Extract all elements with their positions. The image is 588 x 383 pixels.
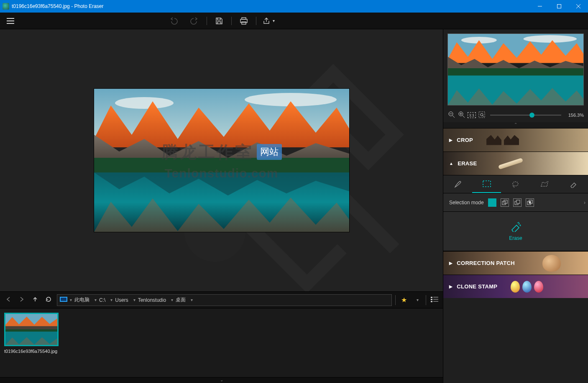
breadcrumb-seg-2[interactable]: Users [115,297,128,303]
mode-intersect[interactable] [526,198,534,207]
share-button[interactable]: ▾ [258,17,279,25]
section-crop[interactable]: ▶ CROP [443,128,588,152]
breadcrumb-seg-4[interactable]: 桌面 [176,296,186,303]
svg-line-35 [453,116,455,118]
selection-mode-row: Selection mode › [443,193,588,212]
close-button[interactable] [569,0,588,13]
chevron-right-icon: ▶ [449,261,453,265]
tool-marquee[interactable] [472,175,501,193]
title-separator: - [70,3,74,9]
right-panel: 1:1 156.3% ⌃ ▶ CROP ▲ ERASE Selection mo… [443,29,588,383]
favorite-button[interactable]: ★ [399,296,409,304]
nav-forward-button[interactable] [17,296,27,304]
erase-action-label: Erase [509,235,522,241]
breadcrumb-path[interactable]: ▾ 此电脑▾ C:\▾ Users▾ Tenlonstudio▾ 桌面▾ [57,294,392,306]
breadcrumb-seg-3[interactable]: Tenlonstudio [138,297,166,303]
main-image[interactable]: 腾龙工作室 网站 Tenlonstudio.com [94,89,349,232]
save-button[interactable] [209,17,230,25]
minimize-button[interactable] [530,0,550,13]
filmstrip-collapse-handle[interactable]: ⌄ [0,377,443,383]
zoom-in-button[interactable] [458,111,466,119]
svg-rect-21 [431,301,432,302]
svg-rect-15 [94,158,349,175]
chevron-right-icon: ▶ [449,284,453,289]
zoom-fit-button[interactable] [478,111,486,119]
navigator-collapse-handle[interactable]: ⌃ [443,122,588,128]
section-correction[interactable]: ▶ CORRECTION PATCH [443,251,588,275]
canvas-area[interactable]: 腾龙工作室 网站 Tenlonstudio.com [0,29,443,291]
svg-rect-51 [529,201,531,203]
nav-refresh-button[interactable] [43,296,54,304]
thumbnail-label: t0196c16e93f6a75540.jpg [4,349,59,354]
app-icon [3,3,9,10]
thumbnail-item[interactable]: t0196c16e93f6a75540.jpg [4,313,59,354]
mode-more-button[interactable]: › [584,200,585,206]
section-crop-label: CROP [457,137,473,143]
window-controls [530,0,588,13]
navigator-preview[interactable] [447,33,584,105]
nav-back-button[interactable] [3,296,13,304]
favorite-menu-button[interactable]: ▾ [412,298,422,302]
svg-point-31 [524,35,577,43]
view-options-button[interactable] [429,296,440,304]
svg-rect-19 [431,297,432,298]
undo-button[interactable] [163,17,184,25]
chevron-down-icon: ▲ [449,161,453,166]
svg-rect-1 [557,5,561,8]
main-toolbar: ▾ [0,13,588,29]
maximize-button[interactable] [550,0,569,13]
selection-mode-label: Selection mode [449,200,484,206]
tool-polygon[interactable] [530,175,559,193]
section-correction-label: CORRECTION PATCH [457,260,515,266]
titlebar: t0196c16e93f6a75540.jpg - Photo Eraser [0,0,588,13]
svg-rect-9 [242,22,246,24]
section-erase-label: ERASE [458,160,477,167]
chevron-right-icon: ▶ [449,138,453,142]
breadcrumb-seg-0[interactable]: 此电脑 [74,296,89,303]
window-title: t0196c16e93f6a75540.jpg - Photo Eraser [12,3,530,9]
title-appname: Photo Eraser [74,3,103,9]
svg-line-38 [463,116,465,118]
svg-rect-44 [483,181,491,187]
section-erase[interactable]: ▲ ERASE [443,152,588,175]
mode-add[interactable] [501,198,509,207]
redo-button[interactable] [184,17,205,25]
svg-rect-18 [61,298,66,301]
svg-line-43 [483,116,484,117]
mode-new[interactable] [488,198,496,207]
breadcrumb-seg-1[interactable]: C:\ [99,297,105,303]
section-clone[interactable]: ▶ CLONE STAMP [443,275,588,298]
erase-tool-tabs [443,175,588,193]
zoom-slider[interactable] [490,115,561,116]
zoom-controls: 1:1 156.3% [443,110,588,122]
print-button[interactable] [233,17,254,25]
zoom-actual-button[interactable]: 1:1 [468,112,476,118]
pc-icon [60,297,67,303]
file-browser-bar: ▾ 此电脑▾ C:\▾ Users▾ Tenlonstudio▾ 桌面▾ ★ ▾ [0,291,443,308]
svg-rect-48 [516,200,520,203]
svg-point-12 [115,97,174,109]
tool-lasso[interactable] [501,175,530,193]
tool-eraser[interactable] [559,175,588,193]
zoom-value: 156.3% [565,113,584,118]
chevron-down-icon: ▾ [273,18,275,23]
tool-brush[interactable] [443,175,472,193]
zoom-slider-handle[interactable] [529,113,534,118]
zoom-out-button[interactable] [447,111,456,119]
menu-button[interactable] [0,18,21,24]
thumbnail-image[interactable] [4,313,59,346]
section-clone-label: CLONE STAMP [457,283,497,290]
filmstrip: t0196c16e93f6a75540.jpg [0,308,443,377]
erase-action-button[interactable]: Erase [443,212,588,251]
mode-subtract[interactable] [513,198,522,207]
erase-action-icon [510,222,522,234]
svg-rect-32 [448,68,583,77]
svg-rect-20 [431,299,432,300]
nav-up-button[interactable] [30,296,40,304]
title-filename: t0196c16e93f6a75540.jpg [12,3,70,9]
